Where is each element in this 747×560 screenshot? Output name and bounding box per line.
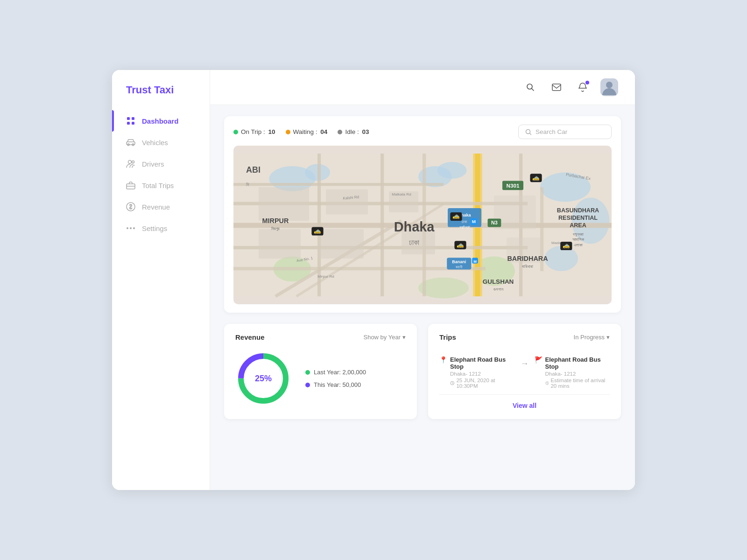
svg-rect-3 bbox=[132, 122, 134, 125]
sidebar-item-settings[interactable]: Settings bbox=[112, 217, 210, 239]
sidebar-item-total-trips[interactable]: Total Trips bbox=[112, 175, 210, 196]
sidebar-label-revenue: Revenue bbox=[142, 203, 170, 211]
svg-text:🚕: 🚕 bbox=[457, 241, 464, 249]
notification-badge bbox=[585, 81, 589, 84]
revenue-filter-label: Show by Year bbox=[363, 334, 401, 341]
idle-dot bbox=[338, 130, 342, 134]
mail-button[interactable] bbox=[548, 79, 565, 96]
dollar-icon bbox=[126, 202, 135, 211]
bottom-cards: Revenue Show by Year ▾ bbox=[224, 324, 621, 419]
sidebar-item-revenue[interactable]: Revenue bbox=[112, 196, 210, 217]
trip-from: Elephant Road Bus Stop Dhaka- 1212 25 JU… bbox=[450, 356, 515, 389]
svg-point-13 bbox=[133, 227, 135, 229]
trips-list: 📍 Elephant Road Bus Stop Dhaka- 1212 25 … bbox=[439, 350, 610, 395]
svg-text:মিরপুর: মিরপুর bbox=[271, 226, 280, 231]
svg-point-23 bbox=[437, 162, 467, 179]
grid-icon bbox=[126, 116, 135, 126]
sidebar-label-vehicles: Vehicles bbox=[142, 139, 168, 147]
search-car-placeholder: Search Car bbox=[536, 128, 567, 135]
header bbox=[210, 70, 635, 105]
svg-text:এলাকা: এলাকা bbox=[574, 243, 583, 247]
svg-rect-44 bbox=[259, 187, 309, 221]
legend-last-year: Last Year: 2,00,000 bbox=[305, 369, 366, 376]
svg-text:🚕: 🚕 bbox=[314, 227, 321, 235]
on-trip-dot bbox=[233, 130, 238, 134]
sidebar-label-settings: Settings bbox=[142, 224, 167, 232]
svg-text:মি: মি bbox=[246, 182, 249, 187]
on-trip-label: On Trip : 10 bbox=[241, 128, 275, 135]
donut-percentage: 25% bbox=[255, 374, 272, 384]
view-all-button[interactable]: View all bbox=[513, 402, 536, 409]
trip-to-sub: Dhaka- 1212 bbox=[545, 371, 610, 377]
svg-text:🚕: 🚕 bbox=[563, 242, 570, 249]
user-avatar[interactable] bbox=[600, 78, 618, 96]
svg-point-7 bbox=[128, 161, 132, 164]
car-icon bbox=[126, 138, 135, 147]
trip-arrow-icon: → bbox=[521, 356, 529, 369]
svg-text:Matkata Rd: Matkata Rd bbox=[392, 192, 411, 196]
map-top-bar: On Trip : 10 Waiting : 04 bbox=[233, 125, 612, 139]
search-car-input[interactable]: Search Car bbox=[518, 125, 612, 139]
svg-rect-0 bbox=[127, 117, 130, 120]
svg-text:GULSHAN: GULSHAN bbox=[483, 278, 514, 285]
trips-filter[interactable]: In Progress ▾ bbox=[574, 334, 610, 341]
trips-card: Trips In Progress ▾ 📍 Elephant Road Bus … bbox=[428, 324, 621, 419]
svg-text:ক্যান্টিনমেন্ট: ক্যান্টিনমেন্ট bbox=[459, 225, 470, 229]
sidebar-item-drivers[interactable]: Drivers bbox=[112, 153, 210, 175]
sidebar-label-total-trips: Total Trips bbox=[142, 182, 174, 189]
trip-to-name: Elephant Road Bus Stop bbox=[545, 356, 610, 370]
svg-rect-45 bbox=[326, 189, 368, 215]
notification-button[interactable] bbox=[574, 79, 591, 96]
svg-point-12 bbox=[130, 227, 132, 229]
on-trip-badge: On Trip : 10 bbox=[233, 128, 275, 135]
legend-last-year-label: Last Year: 2,00,000 bbox=[314, 369, 366, 376]
svg-text:ঢাকা: ঢাকা bbox=[462, 220, 467, 224]
search-button[interactable] bbox=[522, 79, 539, 96]
svg-text:Dhaka: Dhaka bbox=[394, 219, 435, 234]
svg-rect-34 bbox=[233, 183, 444, 186]
svg-rect-1 bbox=[132, 117, 134, 120]
view-all-row: View all bbox=[439, 395, 610, 410]
main-content: On Trip : 10 Waiting : 04 bbox=[210, 70, 635, 490]
trip-eta: Estimate time of arrival 20 mins bbox=[545, 378, 610, 389]
revenue-legend: Last Year: 2,00,000 This Year: 50,000 bbox=[305, 369, 366, 388]
waiting-label: Waiting : 04 bbox=[293, 128, 328, 135]
map-status-badges: On Trip : 10 Waiting : 04 bbox=[233, 128, 369, 135]
trip-from-time: 25 JUN, 2020 at 10:30PM bbox=[450, 378, 515, 389]
sidebar: Trust Taxi Dashboard bbox=[112, 70, 210, 490]
sidebar-item-vehicles[interactable]: Vehicles bbox=[112, 132, 210, 153]
sidebar-item-dashboard[interactable]: Dashboard bbox=[112, 110, 210, 132]
svg-text:N301: N301 bbox=[507, 182, 520, 189]
revenue-filter[interactable]: Show by Year ▾ bbox=[363, 334, 406, 341]
app-container: Trust Taxi Dashboard bbox=[112, 70, 635, 490]
sidebar-label-dashboard: Dashboard bbox=[142, 117, 178, 125]
chevron-down-icon: ▾ bbox=[606, 334, 610, 341]
trip-to: Elephant Road Bus Stop Dhaka- 1212 Estim… bbox=[545, 356, 610, 389]
waiting-dot bbox=[286, 130, 290, 134]
sidebar-label-drivers: Drivers bbox=[142, 160, 164, 168]
svg-text:গুলশান: গুলশান bbox=[493, 287, 503, 292]
pin-icon: 📍 bbox=[439, 356, 447, 364]
flag-icon: 🚩 bbox=[535, 356, 543, 364]
idle-badge: Idle : 03 bbox=[338, 128, 369, 135]
legend-this-year-label: This Year: 50,000 bbox=[314, 381, 361, 388]
trip-from-sub: Dhaka- 1212 bbox=[450, 371, 515, 377]
dashboard-body: On Trip : 10 Waiting : 04 bbox=[210, 105, 635, 490]
app-logo: Trust Taxi bbox=[112, 84, 210, 110]
svg-text:M: M bbox=[472, 219, 476, 224]
svg-rect-2 bbox=[127, 122, 130, 125]
trips-card-header: Trips In Progress ▾ bbox=[439, 333, 610, 341]
revenue-content: 25% Last Year: 2,00,000 This Year: 50,00… bbox=[235, 350, 406, 406]
trips-title: Trips bbox=[439, 333, 456, 341]
svg-text:ABI: ABI bbox=[246, 165, 261, 175]
map-svg: Dhaka ঢাকা N301 N3 Dhaka ঢাকা ক্যান্টিনম… bbox=[233, 146, 612, 304]
svg-rect-49 bbox=[259, 229, 301, 259]
svg-rect-38 bbox=[381, 154, 384, 296]
svg-rect-15 bbox=[552, 84, 561, 91]
svg-point-14 bbox=[527, 84, 532, 89]
svg-text:বনানী: বনানী bbox=[456, 265, 463, 269]
revenue-card-header: Revenue Show by Year ▾ bbox=[235, 333, 406, 341]
legend-dot-purple bbox=[305, 383, 310, 387]
sidebar-nav: Dashboard Vehicles bbox=[112, 110, 210, 239]
svg-text:ঢাকা: ঢাকা bbox=[409, 238, 420, 246]
